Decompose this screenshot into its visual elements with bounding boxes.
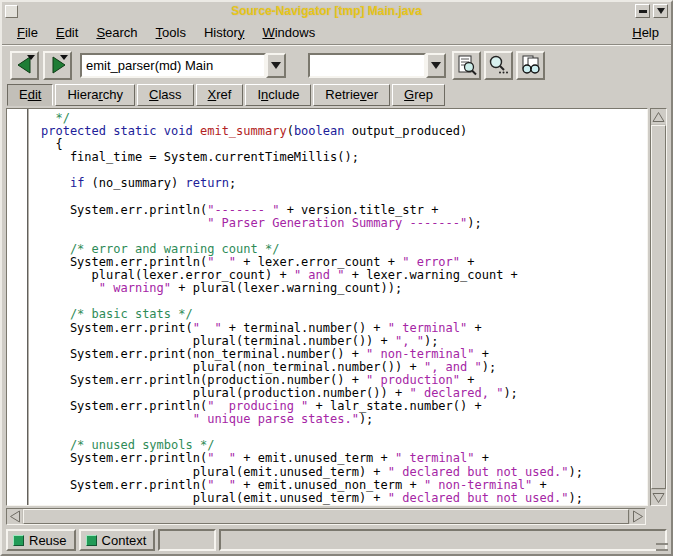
code-line: " Parser Generation Summary -------"); bbox=[41, 217, 647, 230]
text-frame: */protected static void emit_summary(boo… bbox=[6, 108, 648, 506]
scroll-up-button[interactable] bbox=[651, 109, 666, 124]
tab-bar: EditHierarchyClassXrefIncludeRetrieverGr… bbox=[2, 84, 671, 106]
editor-left-margin bbox=[7, 109, 29, 505]
menu-bar: FileEditSearchToolsHistoryWindows Help bbox=[2, 20, 671, 44]
reuse-toggle[interactable]: Reuse bbox=[6, 529, 76, 551]
scroll-right-button[interactable] bbox=[630, 509, 645, 524]
reuse-label: Reuse bbox=[29, 533, 67, 548]
tab-hierarchy[interactable]: Hierarchy bbox=[55, 84, 135, 106]
tab-include[interactable]: Include bbox=[245, 84, 311, 106]
history-back-button[interactable] bbox=[10, 51, 39, 80]
vertical-scrollbar[interactable] bbox=[650, 108, 667, 506]
menu-help[interactable]: Help bbox=[626, 22, 665, 43]
editor: */protected static void emit_summary(boo… bbox=[6, 108, 667, 506]
tab-xref[interactable]: Xref bbox=[196, 84, 244, 106]
menu-history[interactable]: History bbox=[195, 22, 253, 43]
scroll-down-button[interactable] bbox=[651, 490, 666, 505]
symbol-combobox bbox=[80, 53, 286, 78]
window-title: Source-Navigator [tmp] Main.java bbox=[21, 4, 632, 18]
code-line: protected static void emit_summary(boole… bbox=[41, 125, 647, 138]
minimize-icon bbox=[639, 10, 647, 13]
triangle-down-icon bbox=[657, 8, 665, 14]
code-line: " unique parse states."); bbox=[41, 413, 647, 426]
status-bar: Reuse Context bbox=[2, 526, 671, 554]
dropdown-corner-icon bbox=[27, 55, 35, 60]
retriever-button[interactable] bbox=[516, 51, 545, 80]
history-forward-button[interactable] bbox=[43, 51, 72, 80]
window-menu-button[interactable] bbox=[653, 4, 668, 18]
menu-windows[interactable]: Windows bbox=[253, 22, 324, 43]
tab-grep[interactable]: Grep bbox=[392, 84, 445, 106]
scroll-left-button[interactable] bbox=[7, 509, 22, 524]
window-icon[interactable] bbox=[5, 5, 18, 18]
search-combobox bbox=[308, 53, 446, 78]
code-line: " warning" + plural(lexer.warning_count)… bbox=[41, 282, 647, 295]
triangle-up-icon bbox=[652, 111, 665, 123]
menu-bar-items: FileEditSearchToolsHistoryWindows bbox=[8, 22, 324, 43]
spectacles-over-documents-icon bbox=[519, 54, 542, 77]
title-bar[interactable]: Source-Navigator [tmp] Main.java bbox=[2, 2, 671, 20]
menu-search[interactable]: Search bbox=[87, 22, 146, 43]
status-panel-left bbox=[158, 529, 216, 551]
context-checkbox-indicator bbox=[86, 535, 97, 546]
search-combobox-input[interactable] bbox=[308, 53, 426, 78]
tab-edit[interactable]: Edit bbox=[7, 84, 53, 106]
chevron-down-icon bbox=[431, 62, 441, 69]
status-panel-message bbox=[219, 529, 667, 551]
triangle-right-icon bbox=[632, 510, 644, 523]
triangle-down-icon bbox=[652, 492, 665, 504]
horizontal-scrollbar-row bbox=[6, 508, 667, 525]
code-line: final_time = System.currentTimeMillis(); bbox=[41, 151, 647, 164]
symbol-combobox-dropdown[interactable] bbox=[266, 53, 286, 78]
menu-tools[interactable]: Tools bbox=[147, 22, 195, 43]
symbol-combobox-input[interactable] bbox=[80, 53, 266, 78]
minimize-button[interactable] bbox=[635, 4, 650, 18]
magnifier-with-dots-icon bbox=[487, 54, 510, 77]
triangle-left-icon bbox=[9, 510, 21, 523]
menu-edit[interactable]: Edit bbox=[47, 22, 87, 43]
code-line: if (no_summary) return; bbox=[41, 177, 647, 190]
horizontal-scroll-thumb[interactable] bbox=[23, 509, 629, 524]
toolbar bbox=[2, 46, 671, 84]
resize-grip[interactable] bbox=[656, 543, 668, 551]
tab-retriever[interactable]: Retriever bbox=[313, 84, 390, 106]
chevron-down-icon bbox=[271, 62, 281, 69]
document-with-magnifier-icon bbox=[455, 54, 478, 77]
search-dialog-button[interactable] bbox=[484, 51, 513, 80]
editor-view-button[interactable] bbox=[452, 51, 481, 80]
code-line: plural(emit.unused_term) + " declared bu… bbox=[41, 492, 647, 505]
vertical-scroll-thumb[interactable] bbox=[651, 125, 666, 489]
tab-class[interactable]: Class bbox=[137, 84, 194, 106]
horizontal-scrollbar[interactable] bbox=[6, 508, 646, 525]
dropdown-corner-icon bbox=[60, 55, 68, 60]
reuse-checkbox-indicator bbox=[13, 535, 24, 546]
menu-file[interactable]: File bbox=[8, 22, 47, 43]
context-toggle[interactable]: Context bbox=[79, 529, 156, 551]
search-combobox-dropdown[interactable] bbox=[426, 53, 446, 78]
context-label: Context bbox=[102, 533, 147, 548]
app-window: Source-Navigator [tmp] Main.java FileEdi… bbox=[0, 0, 673, 556]
code-area[interactable]: */protected static void emit_summary(boo… bbox=[29, 109, 647, 505]
